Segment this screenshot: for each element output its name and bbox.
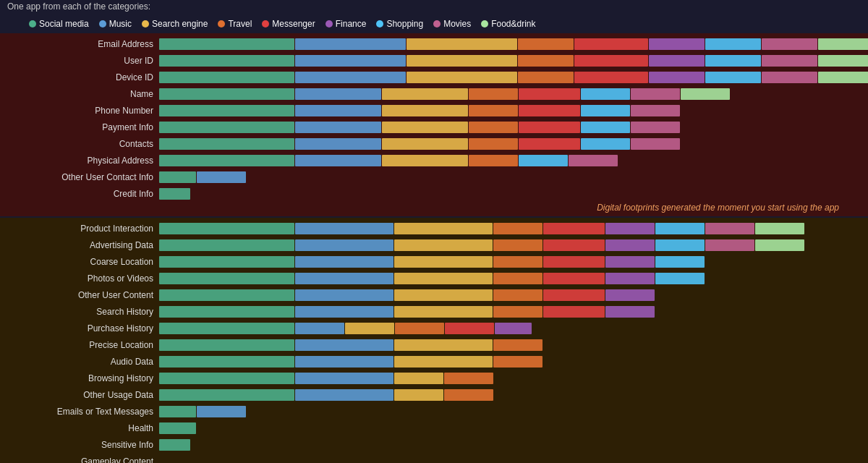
bar-segment bbox=[469, 155, 518, 166]
legend-label: Food&drink bbox=[491, 19, 535, 29]
bar-segment bbox=[569, 155, 618, 166]
bar-group bbox=[159, 339, 542, 352]
bar-segment bbox=[159, 188, 190, 200]
row-label: Health bbox=[0, 423, 159, 433]
table-row: Browsing History bbox=[0, 370, 868, 386]
bar-segment bbox=[295, 55, 406, 67]
row-label: Coarse Location bbox=[0, 257, 159, 267]
bar-group bbox=[159, 405, 246, 418]
bar-segment bbox=[755, 239, 804, 251]
bar-segment bbox=[581, 138, 630, 150]
row-label: User ID bbox=[0, 56, 159, 66]
bar-segment bbox=[295, 323, 344, 334]
bar-segment bbox=[469, 105, 518, 116]
bar-segment bbox=[159, 356, 294, 368]
bar-segment bbox=[631, 138, 680, 150]
bar-segment bbox=[581, 105, 630, 116]
bar-segment bbox=[762, 38, 817, 50]
row-label: Emails or Text Messages bbox=[0, 407, 159, 417]
chart-container: One app from each of the categories: Soc… bbox=[0, 0, 868, 463]
bar-segment bbox=[394, 339, 493, 351]
bar-segment bbox=[518, 55, 574, 67]
bar-segment bbox=[382, 155, 468, 166]
table-row: Emails or Text Messages bbox=[0, 404, 868, 420]
bar-segment bbox=[493, 339, 542, 351]
bar-segment bbox=[159, 323, 294, 334]
legend-item: Search engine bbox=[142, 19, 208, 29]
bar-segment bbox=[394, 289, 493, 301]
bar-segment bbox=[605, 289, 655, 301]
table-row: Advertising Data bbox=[0, 237, 868, 253]
bar-segment bbox=[159, 339, 294, 351]
bar-segment bbox=[705, 223, 754, 234]
bar-segment bbox=[495, 323, 532, 334]
bar-segment bbox=[493, 239, 542, 251]
bar-segment bbox=[159, 256, 294, 268]
bar-segment bbox=[159, 239, 294, 251]
legend-dot bbox=[376, 20, 383, 27]
table-row: Contacts bbox=[0, 136, 868, 152]
legend-dot bbox=[326, 20, 333, 27]
row-label: Device ID bbox=[0, 72, 159, 82]
bar-segment bbox=[295, 339, 393, 351]
bar-segment bbox=[159, 389, 294, 401]
bar-group bbox=[159, 171, 246, 184]
bar-segment bbox=[543, 306, 605, 318]
bar-segment bbox=[159, 72, 294, 83]
bar-group bbox=[159, 355, 542, 368]
bar-segment bbox=[345, 323, 394, 334]
section-label: Digital footprints generated the moment … bbox=[0, 203, 868, 214]
bar-segment bbox=[605, 256, 655, 268]
legend-item: Travel bbox=[218, 19, 252, 29]
bar-segment bbox=[762, 72, 817, 83]
section-1: Product InteractionAdvertising DataCoars… bbox=[0, 218, 868, 463]
bar-segment bbox=[543, 289, 605, 301]
bar-segment bbox=[159, 439, 190, 451]
table-row: Device ID bbox=[0, 69, 868, 85]
bar-segment bbox=[705, 55, 761, 67]
bar-segment bbox=[295, 256, 393, 268]
bar-group bbox=[159, 104, 680, 117]
table-row: Credit Info bbox=[0, 186, 868, 202]
bar-segment bbox=[159, 155, 294, 166]
bar-segment bbox=[493, 356, 542, 368]
row-label: Browsing History bbox=[0, 373, 159, 383]
bar-segment bbox=[382, 105, 468, 116]
bar-segment bbox=[519, 88, 580, 100]
bar-segment bbox=[444, 389, 493, 401]
legend-item: Movies bbox=[433, 19, 471, 29]
table-row: Gameplay Content bbox=[0, 454, 868, 463]
bar-segment bbox=[655, 239, 705, 251]
bar-group bbox=[159, 38, 868, 51]
bar-segment bbox=[655, 256, 705, 268]
bar-segment bbox=[519, 155, 568, 166]
bar-group bbox=[159, 322, 532, 335]
row-label: Advertising Data bbox=[0, 240, 159, 250]
bar-segment bbox=[543, 273, 605, 284]
legend-label: Travel bbox=[228, 19, 252, 29]
bar-group bbox=[159, 372, 493, 385]
bar-segment bbox=[295, 289, 393, 301]
legend-dot bbox=[262, 20, 269, 27]
bar-segment bbox=[818, 72, 868, 83]
bar-segment bbox=[394, 239, 493, 251]
bar-segment bbox=[394, 256, 493, 268]
bar-segment bbox=[295, 389, 393, 401]
bar-segment bbox=[574, 72, 648, 83]
table-row: Other User Content bbox=[0, 287, 868, 303]
bar-group bbox=[159, 239, 804, 252]
bar-segment bbox=[394, 306, 493, 318]
bar-segment bbox=[295, 373, 393, 384]
bar-segment bbox=[681, 88, 730, 100]
bar-segment bbox=[407, 38, 517, 50]
bar-segment bbox=[159, 223, 294, 234]
legend-item: Music bbox=[99, 19, 132, 29]
bar-group bbox=[159, 289, 655, 302]
legend-label: Shopping bbox=[386, 19, 423, 29]
bar-group bbox=[159, 438, 190, 451]
table-row: Precise Location bbox=[0, 337, 868, 353]
row-label: Other Usage Data bbox=[0, 390, 159, 400]
bar-group bbox=[159, 121, 680, 134]
table-row: Sensitive Info bbox=[0, 437, 868, 453]
bar-group bbox=[159, 154, 618, 167]
